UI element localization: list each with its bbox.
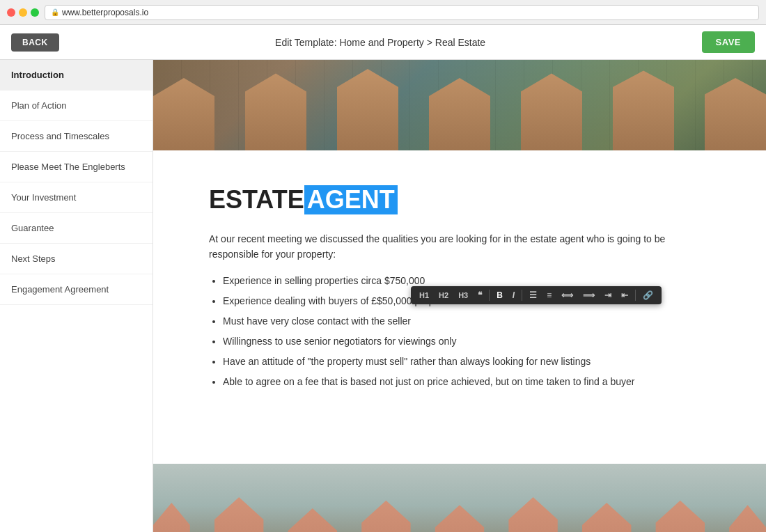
sidebar-item-next-steps[interactable]: Next Steps (0, 244, 153, 274)
edit-label: Edit Template: (275, 37, 336, 48)
list-item-6: Able to agree on a fee that is based not… (223, 375, 710, 389)
close-button[interactable] (7, 8, 15, 17)
sidebar: Introduction Plan of Action Process and … (0, 60, 153, 532)
align-right-button[interactable]: ⟹ (579, 289, 599, 302)
toolbar-divider-3 (635, 290, 636, 301)
back-button[interactable]: BACK (11, 33, 59, 52)
sidebar-item-your-investment[interactable]: Your Investment (0, 182, 153, 213)
maximize-button[interactable] (31, 8, 39, 17)
main-layout: Introduction Plan of Action Process and … (0, 60, 766, 532)
list-button[interactable]: ☰ (525, 289, 541, 302)
title-plain: ESTATE (209, 185, 304, 214)
lock-icon: 🔒 (51, 8, 59, 16)
url-text: www.betterproposals.io (62, 8, 148, 17)
h3-button[interactable]: H3 (454, 290, 472, 302)
sidebar-item-engagement-agreement[interactable]: Engagement Agreement (0, 274, 153, 305)
title-selected: AGENT (304, 185, 398, 214)
page-title: ESTATE AGENT (209, 185, 710, 214)
format-toolbar: H1 H2 H3 ❝ B I ☰ ≡ ⟺ ⟹ ⇥ ⇤ 🔗 (411, 286, 662, 304)
bottom-image (153, 464, 766, 532)
list-item-5: Have an attitude of "the property must s… (223, 354, 710, 369)
sidebar-item-please-meet[interactable]: Please Meet The Engleberts (0, 152, 153, 182)
browser-buttons (7, 8, 39, 17)
hero-houses-decoration (153, 60, 766, 150)
h1-button[interactable]: H1 (415, 290, 433, 302)
doc-page: + ADD TOTHIS PAGE ESTATE AGENT H1 H2 H3 … (153, 150, 766, 464)
toolbar-title: Edit Template: Home and Property > Real … (275, 37, 485, 48)
link-button[interactable]: 🔗 (639, 289, 657, 302)
browser-chrome: 🔒 www.betterproposals.io (0, 0, 766, 25)
align-left-button[interactable]: ≡ (542, 289, 556, 302)
app-toolbar: BACK Edit Template: Home and Property > … (0, 25, 766, 60)
italic-button[interactable]: I (508, 289, 519, 302)
h2-button[interactable]: H2 (435, 290, 453, 302)
breadcrumb: Home and Property > Real Estate (339, 37, 485, 48)
outdent-button[interactable]: ⇤ (617, 289, 632, 302)
hero-image (153, 60, 766, 150)
blockquote-button[interactable]: ❝ (474, 289, 486, 302)
list-item-4: Willingness to use senior negotiators fo… (223, 334, 710, 349)
address-bar[interactable]: 🔒 www.betterproposals.io (45, 5, 759, 20)
save-button[interactable]: SAVE (702, 31, 755, 53)
list-item-3: Must have very close contact with the se… (223, 314, 710, 329)
toolbar-divider-2 (522, 290, 522, 301)
bold-button[interactable]: B (492, 289, 507, 302)
sidebar-item-process-and-timescales[interactable]: Process and Timescales (0, 121, 153, 152)
page-body: At our recent meeting we discussed the q… (209, 231, 710, 389)
indent-button[interactable]: ⇥ (600, 289, 616, 302)
minimize-button[interactable] (19, 8, 27, 17)
align-center-button[interactable]: ⟺ (557, 289, 577, 302)
toolbar-divider-1 (489, 290, 490, 301)
body-intro: At our recent meeting we discussed the q… (209, 231, 710, 263)
sidebar-item-guarantee[interactable]: Guarantee (0, 213, 153, 244)
content-area[interactable]: + ADD TOTHIS PAGE ESTATE AGENT H1 H2 H3 … (153, 60, 766, 532)
sidebar-item-introduction[interactable]: Introduction (0, 60, 153, 91)
sidebar-item-plan-of-action[interactable]: Plan of Action (0, 91, 153, 121)
